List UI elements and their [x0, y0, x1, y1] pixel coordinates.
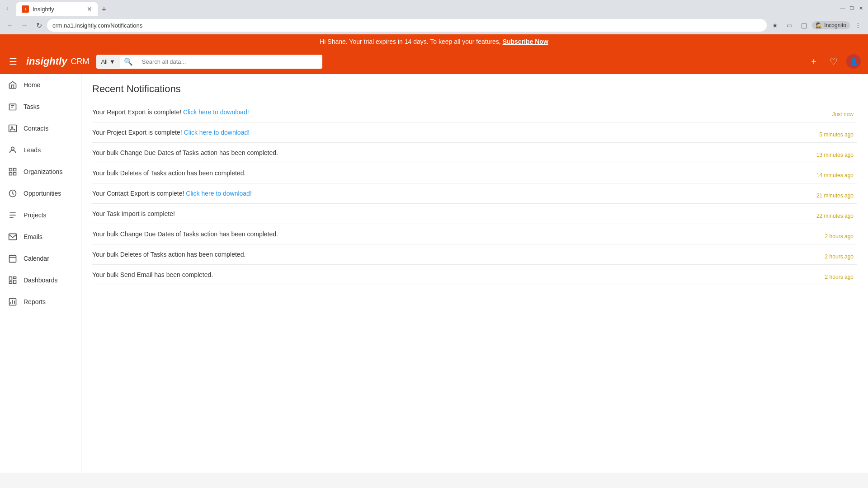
crm-label: CRM: [71, 57, 89, 66]
tasks-icon: [7, 101, 18, 112]
close-btn[interactable]: ✕: [857, 5, 864, 12]
sidebar-item-leads[interactable]: Leads: [0, 139, 81, 161]
sidebar-item-calendar[interactable]: Calendar: [0, 248, 81, 269]
emails-icon: [7, 231, 18, 242]
projects-icon: [7, 210, 18, 221]
notifications-list: Your Report Export is complete! Click he…: [92, 102, 857, 285]
notification-item: Your Contact Export is complete! Click h…: [92, 183, 857, 204]
svg-rect-17: [14, 277, 16, 279]
notification-text: Your bulk Change Due Dates of Tasks acti…: [92, 149, 857, 156]
notification-text: Your Project Export is complete! Click h…: [92, 129, 857, 136]
incognito-label: Incognito: [824, 22, 846, 28]
top-nav-actions: + ♡ 👤: [807, 54, 861, 69]
page-title: Recent Notifications: [92, 83, 857, 95]
notification-text: Your Contact Export is complete! Click h…: [92, 190, 857, 197]
sidebar-item-dashboards[interactable]: Dashboards: [0, 269, 81, 291]
home-icon: [7, 80, 18, 90]
notification-text: Your bulk Send Email has been completed.: [92, 271, 857, 278]
notification-time: 21 minutes ago: [816, 192, 854, 199]
reports-icon: [7, 296, 18, 307]
restore-btn[interactable]: ☐: [848, 5, 855, 12]
notification-time: 2 hours ago: [825, 274, 854, 280]
sidebar-item-opportunities[interactable]: Opportunities: [0, 183, 81, 204]
add-btn[interactable]: +: [807, 54, 821, 69]
notification-time: 2 hours ago: [825, 253, 854, 260]
address-bar-input[interactable]: [47, 19, 767, 32]
leads-icon: [7, 145, 18, 155]
notification-text: Your Report Export is complete! Click he…: [92, 108, 857, 116]
menu-btn[interactable]: ⋮: [852, 19, 864, 32]
download-link[interactable]: Click here to download!: [186, 190, 252, 197]
notification-text: Your bulk Deletes of Tasks action has be…: [92, 169, 857, 177]
sidebar-label-emails: Emails: [24, 233, 42, 240]
tab-title: Insightly: [33, 6, 54, 13]
sidebar-label-organizations: Organizations: [24, 168, 62, 175]
sidebar-item-tasks[interactable]: Tasks: [0, 96, 81, 117]
sidebar-item-reports[interactable]: Reports: [0, 291, 81, 313]
sidebar-label-home: Home: [24, 81, 40, 89]
sidebar-item-organizations[interactable]: Organizations: [0, 161, 81, 183]
notification-time: 14 minutes ago: [816, 172, 854, 178]
sidebar-item-projects[interactable]: Projects: [0, 204, 81, 226]
notification-text: Your bulk Deletes of Tasks action has be…: [92, 251, 857, 258]
notification-text: Your bulk Change Due Dates of Tasks acti…: [92, 230, 857, 238]
notifications-btn[interactable]: ♡: [826, 54, 841, 69]
sidebar-label-leads: Leads: [24, 146, 41, 154]
minimize-btn[interactable]: —: [839, 5, 846, 12]
forward-btn[interactable]: →: [18, 19, 31, 32]
user-avatar[interactable]: 👤: [846, 54, 861, 69]
svg-rect-12: [9, 255, 16, 262]
notification-text: Your Task Import is complete!: [92, 210, 857, 217]
chevron-down-icon: ▼: [109, 58, 115, 65]
top-nav: ☰ insightly CRM All ▼ 🔍 + ♡ 👤: [0, 49, 868, 74]
sidebar-item-contacts[interactable]: Contacts: [0, 117, 81, 139]
search-filter-dropdown[interactable]: All ▼: [96, 56, 120, 68]
dashboards-icon: [7, 275, 18, 286]
notification-time: 5 minutes ago: [820, 131, 854, 138]
notification-item: Your Report Export is complete! Click he…: [92, 102, 857, 122]
logo-text: insightly: [26, 56, 67, 67]
notification-item: Your bulk Change Due Dates of Tasks acti…: [92, 143, 857, 163]
tab-close-btn[interactable]: ✕: [87, 5, 92, 13]
svg-rect-19: [14, 280, 16, 284]
extensions-btn[interactable]: ◫: [797, 19, 810, 32]
back-btn[interactable]: ←: [4, 19, 16, 32]
reload-btn[interactable]: ↻: [33, 19, 45, 32]
notification-time: 22 minutes ago: [816, 213, 854, 219]
notification-item: Your Task Import is complete!22 minutes …: [92, 204, 857, 224]
cast-btn[interactable]: ▭: [783, 19, 796, 32]
download-link[interactable]: Click here to download!: [183, 108, 249, 116]
opportunities-icon: [7, 188, 18, 199]
search-input[interactable]: [137, 55, 323, 69]
organizations-icon: [7, 166, 18, 177]
download-link[interactable]: Click here to download!: [184, 129, 250, 136]
tab-favicon: I: [22, 5, 29, 13]
browser-back-btn: ‹: [4, 5, 11, 12]
sidebar-item-emails[interactable]: Emails: [0, 226, 81, 248]
incognito-badge[interactable]: 🕵 Incognito: [812, 21, 850, 29]
svg-rect-3: [9, 169, 12, 171]
new-tab-btn[interactable]: +: [98, 3, 110, 16]
svg-rect-5: [9, 173, 12, 175]
notification-item: Your bulk Send Email has been completed.…: [92, 265, 857, 285]
subscribe-link[interactable]: Subscribe Now: [503, 38, 548, 45]
notification-item: Your Project Export is complete! Click h…: [92, 122, 857, 143]
sidebar-label-opportunities: Opportunities: [24, 190, 61, 197]
sidebar-label-calendar: Calendar: [24, 255, 49, 262]
notification-time: 2 hours ago: [825, 233, 854, 239]
search-filter-label: All: [101, 58, 107, 65]
sidebar-item-home[interactable]: Home: [0, 74, 81, 96]
sidebar-label-tasks: Tasks: [24, 103, 40, 110]
svg-point-2: [11, 147, 14, 150]
search-icon: 🔍: [120, 57, 137, 66]
sidebar: Home Tasks Contacts Leads: [0, 74, 81, 473]
active-tab[interactable]: I Insightly ✕: [16, 2, 98, 16]
svg-rect-16: [9, 277, 12, 281]
svg-rect-11: [9, 234, 17, 239]
svg-rect-6: [14, 173, 16, 175]
contacts-icon: [7, 123, 18, 134]
trial-banner: Hi Shane. Your trial expires in 14 days.…: [0, 34, 868, 49]
hamburger-menu-btn[interactable]: ☰: [7, 54, 19, 69]
bookmark-btn[interactable]: ★: [769, 19, 781, 32]
svg-rect-18: [9, 282, 12, 283]
